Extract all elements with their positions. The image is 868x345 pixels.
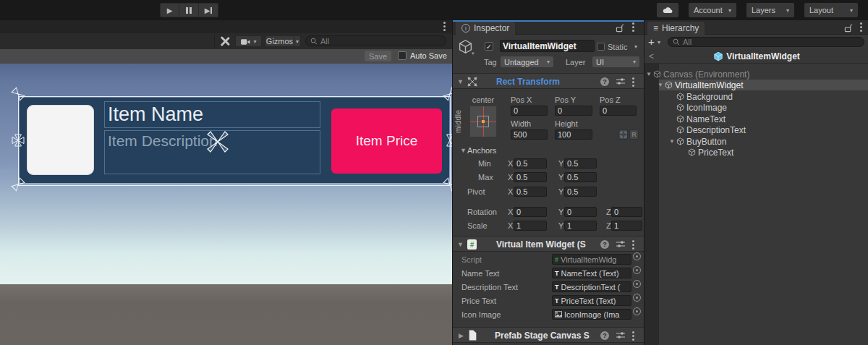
anchor-max-x-field[interactable]: 0.5 (514, 172, 547, 182)
anchor-max-y-field[interactable]: 0.5 (564, 172, 597, 182)
tree-item-nametext[interactable]: NameText (644, 114, 868, 124)
rotation-x-field[interactable]: 0 (514, 207, 547, 217)
gameobject-name-field[interactable]: VirtualItemWidget (500, 40, 595, 52)
hierarchy-search-input[interactable]: All (668, 37, 864, 47)
pos-y-field[interactable]: 0 (555, 106, 592, 116)
camera-view-dropdown[interactable]: ▾ (235, 35, 262, 47)
blueprint-mode-button[interactable] (618, 129, 628, 140)
account-dropdown[interactable]: Account▾ (689, 3, 736, 17)
height-field[interactable]: 100 (555, 129, 592, 140)
scene-search-input[interactable]: All (305, 35, 446, 46)
anchor-handle-icon[interactable] (13, 133, 23, 148)
anchors-label: Anchors (467, 146, 496, 155)
pause-button[interactable] (179, 3, 199, 17)
description-text-reference-field[interactable]: T DescriptionText ( (552, 281, 631, 292)
scale-y-field[interactable]: 1 (564, 221, 597, 231)
object-picker-icon[interactable] (633, 266, 641, 274)
presets-icon[interactable] (616, 77, 626, 85)
lock-icon[interactable] (844, 23, 853, 33)
auto-save-checkbox[interactable] (398, 51, 407, 60)
rect-transform-header[interactable]: ▼ Rect Transform ? (453, 73, 644, 89)
virtual-item-widget-panel[interactable]: Item Name Item Description Item Price (20, 98, 449, 183)
foldout-arrow-icon[interactable]: ▼ (658, 82, 665, 88)
anchors-foldout-icon[interactable]: ▼ (460, 147, 467, 154)
object-picker-icon[interactable] (633, 252, 641, 260)
prefab-stage-title[interactable]: VirtualItemWidget (726, 51, 800, 61)
script-reference-field[interactable]: # VirtualItemWidg (552, 254, 631, 265)
width-field[interactable]: 500 (511, 129, 548, 140)
scale-z-field[interactable]: 1 (611, 221, 642, 231)
scale-x-field[interactable]: 1 (514, 221, 547, 231)
pos-z-field[interactable]: 0 (600, 106, 637, 116)
static-checkbox[interactable] (597, 43, 605, 51)
cloud-button[interactable] (657, 3, 678, 17)
save-button[interactable]: Save (365, 51, 391, 61)
component-menu-kebab-icon[interactable] (632, 335, 634, 337)
icon-image-reference-field[interactable]: IconImage (Ima (552, 309, 631, 320)
buy-button[interactable]: Item Price (331, 108, 442, 174)
chevron-down-icon[interactable]: ▾ (472, 51, 475, 56)
layers-dropdown[interactable]: Layers▾ (746, 3, 794, 17)
foldout-arrow-icon[interactable]: ▼ (669, 138, 676, 145)
script-component-header[interactable]: ▼ # Virtual Item Widget (S ? (453, 236, 644, 252)
raw-edit-button[interactable]: R (629, 129, 639, 140)
tree-item-descriptiontext[interactable]: DescriptionText (644, 124, 868, 135)
anchor-min-y-field[interactable]: 0.5 (564, 158, 597, 169)
hierarchy-menu-kebab-icon[interactable] (860, 26, 862, 28)
anchor-preset-widget[interactable] (469, 106, 497, 137)
tree-item-background[interactable]: Background (644, 91, 868, 102)
pivot-y-field[interactable]: 0.5 (564, 187, 597, 197)
play-button[interactable]: ▶ (160, 3, 179, 17)
scene-viewport[interactable]: Item Name Item Description Item Price (0, 64, 452, 345)
icon-image-placeholder[interactable] (27, 105, 94, 175)
name-text-box[interactable]: Item Name (104, 101, 320, 128)
object-picker-icon[interactable] (633, 294, 641, 302)
add-dropdown-caret[interactable]: ▾ (658, 39, 660, 46)
tree-item-iconimage[interactable]: IconImage (644, 102, 868, 113)
tree-item-canvas[interactable]: ▼ Canvas (Environment) (644, 69, 868, 80)
help-icon[interactable]: ? (600, 77, 609, 86)
object-picker-icon[interactable] (633, 307, 641, 315)
tab-inspector[interactable]: i Inspector (456, 22, 515, 35)
tree-item-buybutton[interactable]: ▼ BuyButton (644, 136, 868, 147)
help-icon[interactable]: ? (600, 331, 609, 340)
anchor-min-x-field[interactable]: 0.5 (514, 158, 547, 169)
foldout-arrow-icon[interactable]: ▶ (459, 332, 464, 339)
prefab-stage-canvas-header[interactable]: ▶ Prefab Stage Canvas S ? (453, 327, 644, 343)
presets-icon[interactable] (616, 331, 626, 339)
tab-hierarchy[interactable]: ≡ Hierarchy (647, 22, 705, 35)
rotation-z-field[interactable]: 0 (611, 207, 642, 217)
layout-dropdown[interactable]: Layout▾ (804, 3, 858, 17)
tree-item-pricetext[interactable]: PriceText (644, 147, 868, 158)
tree-item-virtualitemwidget[interactable]: ▼ VirtualItemWidget (644, 80, 868, 90)
help-icon[interactable]: ? (600, 240, 609, 249)
layer-dropdown[interactable]: UI▾ (592, 56, 639, 67)
inspector-menu-kebab-icon[interactable] (632, 26, 634, 28)
text-icon: T (555, 297, 559, 304)
tools-icon[interactable] (219, 35, 231, 50)
tag-dropdown[interactable]: Untagged▾ (501, 56, 553, 67)
name-text-reference-field[interactable]: T NameText (Text) (552, 268, 631, 278)
component-menu-kebab-icon[interactable] (632, 81, 634, 83)
presets-icon[interactable] (616, 240, 626, 248)
move-gizmo-icon[interactable] (206, 130, 229, 153)
step-button[interactable]: ▶ (199, 3, 218, 17)
add-gameobject-button[interactable]: + (648, 36, 655, 47)
foldout-arrow-icon[interactable]: ▼ (457, 78, 464, 85)
pivot-x-field[interactable]: 0.5 (514, 187, 547, 197)
active-checkbox[interactable]: ✓ (485, 42, 493, 51)
rotation-y-field[interactable]: 0 (564, 207, 597, 217)
static-dropdown-caret[interactable]: ▾ (634, 43, 637, 50)
object-picker-icon[interactable] (633, 280, 641, 288)
icon-image-reference-value: IconImage (Ima (564, 310, 619, 319)
lock-icon[interactable] (616, 23, 624, 33)
pos-x-field[interactable]: 0 (511, 106, 548, 116)
foldout-arrow-icon[interactable]: ▼ (457, 241, 464, 248)
foldout-arrow-icon[interactable]: ▼ (646, 71, 653, 77)
price-text-reference-field[interactable]: T PriceText (Text) (552, 295, 631, 306)
scene-menu-kebab-icon[interactable] (443, 25, 446, 27)
anchor-handle-icon[interactable] (445, 133, 452, 148)
component-menu-kebab-icon[interactable] (632, 244, 634, 246)
gameobject-cube-icon[interactable] (458, 39, 473, 54)
gizmos-dropdown[interactable]: Gizmos ▾ (265, 35, 301, 47)
